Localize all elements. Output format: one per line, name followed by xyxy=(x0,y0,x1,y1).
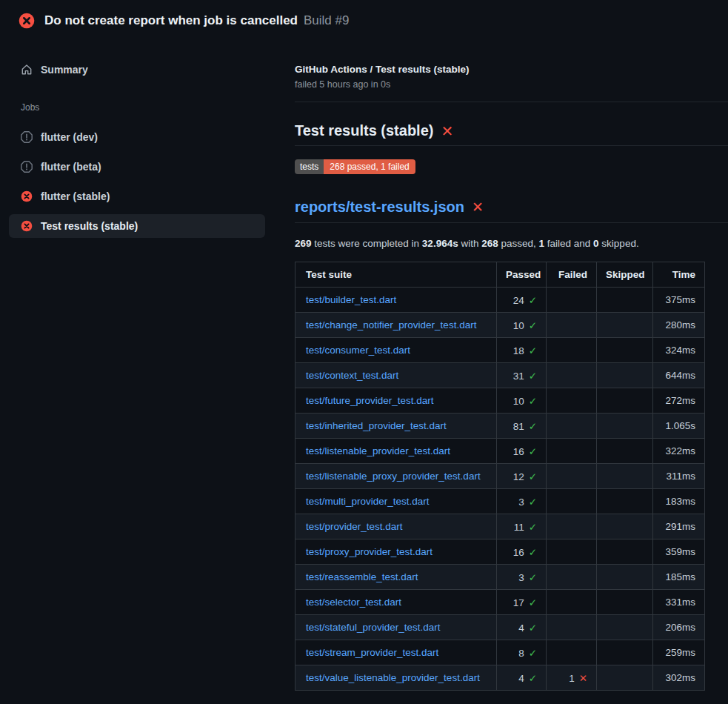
table-row: test/value_listenable_provider_test.dart… xyxy=(295,665,705,691)
sidebar-item-job-2[interactable]: flutter (stable) xyxy=(9,185,265,208)
total-count: 269 xyxy=(295,238,312,249)
suite-link[interactable]: test/context_test.dart xyxy=(306,370,398,381)
passed-cell-value: 18 xyxy=(513,345,524,356)
col-header-passed: Passed xyxy=(497,262,547,288)
suite-cell: test/listenable_provider_test.dart xyxy=(295,439,497,464)
suite-cell: test/value_listenable_provider_test.dart xyxy=(295,665,497,691)
skipped-cell xyxy=(597,388,653,414)
passed-cell-value: 4 xyxy=(518,673,524,684)
passed-cell: 10✓ xyxy=(497,388,547,414)
main-content: GitHub Actions / Test results (stable) f… xyxy=(274,41,728,691)
passed-cell-value: 16 xyxy=(513,547,524,558)
suite-link[interactable]: test/provider_test.dart xyxy=(306,521,403,532)
suite-cell: test/stream_provider_test.dart xyxy=(295,640,497,665)
check-icon: ✓ xyxy=(529,421,537,432)
failed-cell xyxy=(547,388,597,414)
sidebar: Summary Jobs flutter (dev)flutter (beta)… xyxy=(0,41,274,244)
table-row: test/stateful_provider_test.dart4✓206ms xyxy=(295,615,705,640)
passed-cell-value: 11 xyxy=(514,522,524,533)
skipped-cell xyxy=(597,464,653,489)
table-row: test/reassemble_test.dart3✓185ms xyxy=(295,565,705,590)
skipped-cell xyxy=(597,539,653,565)
suite-link[interactable]: test/inherited_provider_test.dart xyxy=(306,420,447,431)
table-row: test/provider_test.dart11✓291ms xyxy=(295,514,705,539)
sidebar-item-job-0[interactable]: flutter (dev) xyxy=(9,125,265,149)
table-row: test/proxy_provider_test.dart16✓359ms xyxy=(295,539,705,565)
passed-cell: 11✓ xyxy=(497,514,547,539)
page-title: Do not create report when job is cancell… xyxy=(44,13,298,27)
suite-link[interactable]: test/stream_provider_test.dart xyxy=(306,647,438,658)
passed-cell-value: 81 xyxy=(513,421,524,432)
check-icon: ✓ xyxy=(529,371,537,382)
table-row: test/stream_provider_test.dart8✓259ms xyxy=(295,640,705,665)
test-results-table: Test suite Passed Failed Skipped Time te… xyxy=(295,262,705,691)
sidebar-item-job-1[interactable]: flutter (beta) xyxy=(9,155,265,179)
suite-link[interactable]: test/value_listenable_provider_test.dart xyxy=(306,672,480,683)
section-title-text: Test results (stable) xyxy=(295,122,433,139)
suite-link[interactable]: test/reassemble_test.dart xyxy=(306,571,418,582)
home-icon xyxy=(21,64,33,76)
table-row: test/builder_test.dart24✓375ms xyxy=(295,288,705,313)
skipped-cell xyxy=(597,439,653,464)
check-icon: ✓ xyxy=(529,396,537,407)
sidebar-item-label: flutter (stable) xyxy=(41,190,110,202)
table-row: test/multi_provider_test.dart3✓183ms xyxy=(295,489,705,514)
cross-icon: ✕ xyxy=(579,673,587,684)
sidebar-item-label: Test results (stable) xyxy=(41,220,138,232)
passed-cell: 81✓ xyxy=(497,414,547,439)
suite-link[interactable]: test/multi_provider_test.dart xyxy=(306,496,430,507)
passed-count: 268 xyxy=(481,238,498,249)
skipped-cell xyxy=(597,489,653,514)
skipped-cell xyxy=(597,414,653,439)
time-cell: 324ms xyxy=(653,338,705,363)
failed-cell xyxy=(547,464,597,489)
skipped-cell xyxy=(597,338,653,363)
suite-cell: test/stateful_provider_test.dart xyxy=(295,615,497,640)
suite-cell: test/selector_test.dart xyxy=(295,590,497,615)
failed-cell xyxy=(547,489,597,514)
time-cell: 302ms xyxy=(653,665,705,691)
failed-cell xyxy=(547,640,597,665)
suite-link[interactable]: test/future_provider_test.dart xyxy=(306,395,434,406)
failed-cell xyxy=(547,414,597,439)
failed-cell xyxy=(547,313,597,338)
sidebar-item-summary[interactable]: Summary xyxy=(9,58,265,82)
suite-cell: test/inherited_provider_test.dart xyxy=(295,414,497,439)
build-number: Build #9 xyxy=(304,13,349,27)
passed-cell-value: 10 xyxy=(513,396,524,407)
suite-link[interactable]: test/selector_test.dart xyxy=(306,597,401,608)
passed-cell: 10✓ xyxy=(497,313,547,338)
suite-link[interactable]: test/builder_test.dart xyxy=(306,294,396,305)
failed-cell xyxy=(547,590,597,615)
suite-link[interactable]: test/listenable_proxy_provider_test.dart xyxy=(306,471,481,482)
passed-cell: 3✓ xyxy=(497,565,547,590)
time-cell: 322ms xyxy=(653,439,705,464)
suite-link[interactable]: test/consumer_test.dart xyxy=(306,345,410,356)
passed-cell-value: 8 xyxy=(518,648,524,659)
suite-cell: test/proxy_provider_test.dart xyxy=(295,539,497,565)
section-title: Test results (stable) ✕ xyxy=(295,122,728,146)
report-title[interactable]: reports/test-results.json ✕ xyxy=(295,199,728,223)
suite-cell: test/change_notifier_provider_test.dart xyxy=(295,313,497,338)
check-icon: ✓ xyxy=(529,522,537,533)
suite-link[interactable]: test/stateful_provider_test.dart xyxy=(306,622,441,633)
passed-cell: 18✓ xyxy=(497,338,547,363)
passed-cell: 16✓ xyxy=(497,439,547,464)
failed-cell xyxy=(547,565,597,590)
passed-cell: 4✓ xyxy=(497,665,547,691)
skipped-cell xyxy=(597,288,653,313)
sidebar-item-job-3[interactable]: Test results (stable) xyxy=(9,214,265,238)
test-table-body: test/builder_test.dart24✓375mstest/chang… xyxy=(295,288,705,691)
check-icon: ✓ xyxy=(529,572,537,583)
suite-link[interactable]: test/proxy_provider_test.dart xyxy=(306,546,433,557)
suite-link[interactable]: test/change_notifier_provider_test.dart xyxy=(306,319,476,331)
table-header-row: Test suite Passed Failed Skipped Time xyxy=(295,262,705,288)
x-circle-icon xyxy=(21,190,33,202)
stop-alert-icon xyxy=(21,131,33,143)
time-cell: 291ms xyxy=(653,514,705,539)
failed-cell xyxy=(547,439,597,464)
sidebar-item-label: flutter (dev) xyxy=(41,131,98,143)
badge-label: tests xyxy=(295,159,324,174)
suite-link[interactable]: test/listenable_provider_test.dart xyxy=(306,445,450,456)
cross-mark-icon: ✕ xyxy=(441,124,453,139)
